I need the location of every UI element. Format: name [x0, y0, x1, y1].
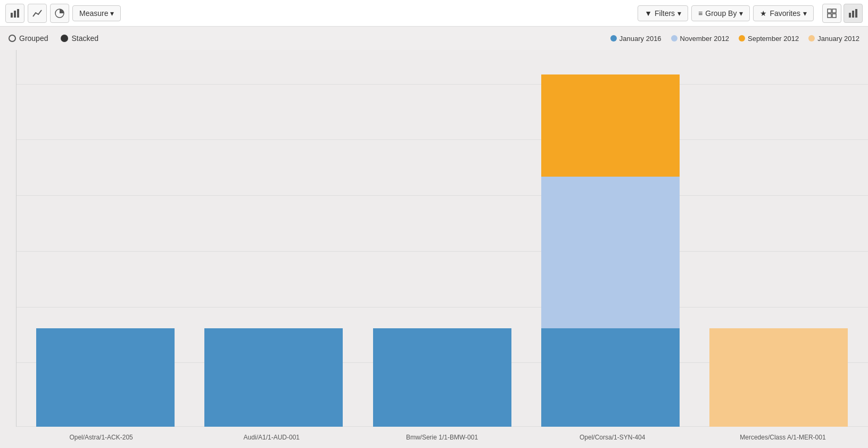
x-label-2: Bmw/Serie 1/1-BMW-001 — [357, 427, 527, 448]
legend-dot-nov2012 — [671, 35, 677, 42]
filters-label: Filters — [655, 9, 675, 18]
legend-label-nov2012: November 2012 — [680, 35, 730, 43]
legend-dot-sep2012 — [739, 35, 745, 42]
favorites-button[interactable]: ★ Favorites ▾ — [753, 5, 814, 21]
groupby-button[interactable]: ≡ Group By ▾ — [691, 5, 750, 21]
bar-segment-4-jan2012 — [709, 328, 848, 427]
svg-rect-7 — [832, 14, 836, 18]
toolbar: Measure ▾ ▼ Filters ▾ ≡ Group By ▾ ★ Fav… — [0, 0, 868, 27]
bar-stack-0 — [36, 328, 175, 427]
options-bar: Grouped Stacked January 2016 November 20… — [0, 27, 868, 50]
bar-stack-4 — [709, 328, 848, 427]
svg-rect-2 — [17, 9, 19, 18]
bar-stack-3 — [541, 74, 680, 427]
svg-rect-0 — [11, 13, 13, 18]
bar-segment-1-0 — [204, 328, 343, 427]
chart-legend: January 2016 November 2012 September 201… — [610, 35, 859, 43]
bar-group-0 — [21, 328, 189, 427]
groupby-label: Group By — [705, 9, 737, 18]
svg-rect-10 — [855, 9, 857, 18]
measure-dropdown-arrow: ▾ — [110, 9, 114, 18]
svg-rect-1 — [14, 11, 16, 18]
bar-segment-3-sep2012 — [541, 74, 680, 177]
bar-chart-icon — [10, 9, 20, 18]
chart-view-button[interactable] — [844, 4, 863, 23]
toolbar-right-controls: ▼ Filters ▾ ≡ Group By ▾ ★ Favorites ▾ — [638, 5, 814, 21]
bar-segment-3-nov2012 — [541, 177, 680, 328]
stacked-radio[interactable]: Stacked — [61, 34, 98, 43]
pie-chart-button[interactable] — [50, 4, 69, 23]
svg-rect-9 — [852, 11, 854, 18]
svg-rect-5 — [832, 9, 836, 13]
legend-label-jan2012: January 2012 — [817, 35, 859, 43]
bar-group-3 — [526, 74, 695, 427]
legend-item-jan2012: January 2012 — [808, 35, 859, 43]
legend-dot-jan2012 — [808, 35, 815, 42]
legend-item-nov2012: November 2012 — [671, 35, 730, 43]
bar-stack-2 — [373, 328, 511, 427]
grid-view-icon — [827, 9, 837, 18]
bar-segment-3-jan2016 — [541, 328, 680, 427]
x-label-4: Mercedes/Class A/1-MER-001 — [698, 427, 868, 448]
bars-container — [16, 50, 868, 427]
svg-rect-4 — [828, 9, 831, 13]
groupby-arrow: ▾ — [739, 9, 743, 18]
favorites-arrow: ▾ — [803, 9, 807, 18]
filters-arrow: ▾ — [677, 9, 681, 18]
x-label-0: Opel/Astra/1-ACK-205 — [16, 427, 186, 448]
bar-group-2 — [358, 328, 526, 427]
svg-rect-6 — [828, 14, 831, 18]
grouped-radio-circle — [9, 35, 16, 42]
bar-stack-1 — [204, 328, 343, 427]
pie-chart-icon — [55, 9, 64, 18]
measure-label: Measure — [79, 9, 108, 18]
measure-button[interactable]: Measure ▾ — [72, 5, 121, 21]
filter-icon: ▼ — [644, 9, 652, 18]
legend-label-jan2016: January 2016 — [619, 35, 662, 43]
line-chart-icon — [32, 9, 42, 18]
bar-segment-0-0 — [36, 328, 175, 427]
legend-label-sep2012: September 2012 — [748, 35, 799, 43]
grouped-radio[interactable]: Grouped — [9, 34, 48, 43]
bar-group-1 — [189, 328, 358, 427]
chart-view-icon — [848, 9, 858, 18]
stacked-radio-dot — [61, 35, 68, 42]
grouped-label: Grouped — [19, 34, 48, 43]
line-chart-button[interactable] — [28, 4, 47, 23]
chart-area: Opel/Astra/1-ACK-205 Audi/A1/1-AUD-001 B… — [0, 50, 868, 448]
filters-button[interactable]: ▼ Filters ▾ — [638, 5, 688, 21]
x-label-3: Opel/Corsa/1-SYN-404 — [527, 427, 698, 448]
groupby-icon: ≡ — [698, 9, 702, 18]
stacked-label: Stacked — [71, 34, 98, 43]
svg-rect-8 — [849, 13, 851, 18]
legend-item-jan2016: January 2016 — [610, 35, 662, 43]
bar-chart-button[interactable] — [5, 4, 24, 23]
legend-dot-jan2016 — [610, 35, 617, 42]
favorites-star-icon: ★ — [760, 9, 767, 18]
bar-segment-2-0 — [373, 328, 511, 427]
legend-item-sep2012: September 2012 — [739, 35, 799, 43]
favorites-label: Favorites — [770, 9, 800, 18]
x-label-1: Audi/A1/1-AUD-001 — [186, 427, 357, 448]
bar-group-4 — [695, 328, 863, 427]
x-axis-labels: Opel/Astra/1-ACK-205 Audi/A1/1-AUD-001 B… — [16, 427, 868, 448]
grid-view-button[interactable] — [822, 4, 841, 23]
view-toggle-buttons — [822, 4, 863, 23]
